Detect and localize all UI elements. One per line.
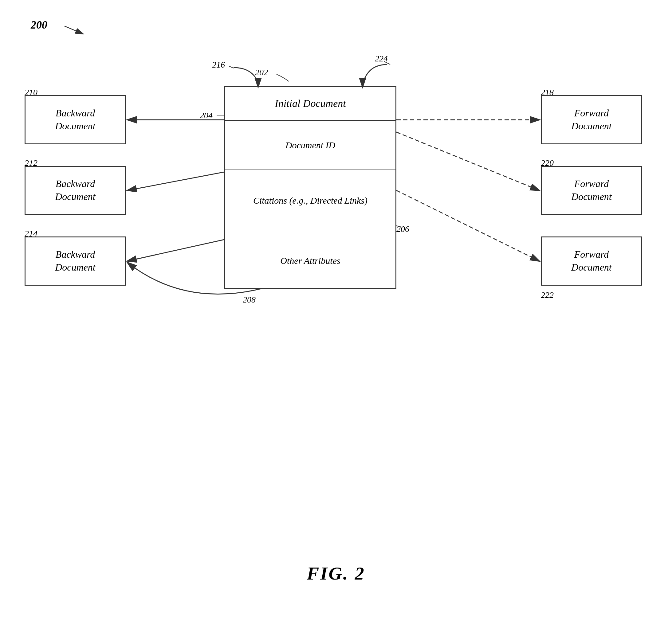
forward-doc-222: ForwardDocument bbox=[541, 237, 642, 286]
ref-212: 212 bbox=[25, 158, 38, 168]
svg-line-5 bbox=[127, 240, 224, 261]
ref-202: 202 bbox=[255, 68, 268, 77]
ref-214: 214 bbox=[25, 229, 38, 239]
ref-210: 210 bbox=[25, 87, 38, 97]
diagram-container: 200 Initial Document Document ID Citatio… bbox=[0, 0, 672, 621]
document-id-cell: Document ID bbox=[225, 121, 395, 170]
citations-cell: Citations (e.g., Directed Links) bbox=[225, 170, 395, 231]
other-attributes-cell: Other Attributes bbox=[225, 231, 395, 290]
backward-doc-210: BackwardDocument bbox=[25, 95, 126, 144]
figure-caption: FIG. 2 bbox=[307, 563, 365, 584]
svg-line-7 bbox=[396, 132, 539, 191]
ref-208: 208 bbox=[243, 295, 255, 305]
ref-224: 224 bbox=[375, 54, 388, 64]
backward-doc-214: BackwardDocument bbox=[25, 237, 126, 286]
ref-222: 222 bbox=[541, 290, 554, 300]
ref-218: 218 bbox=[541, 87, 554, 97]
backward-doc-212: BackwardDocument bbox=[25, 166, 126, 215]
forward-doc-220: ForwardDocument bbox=[541, 166, 642, 215]
ref-206: 206 bbox=[396, 224, 409, 234]
svg-line-8 bbox=[396, 191, 539, 261]
ref-220: 220 bbox=[541, 158, 554, 168]
svg-line-4 bbox=[127, 172, 224, 191]
central-document-outer: Initial Document Document ID Citations (… bbox=[224, 86, 396, 289]
forward-doc-218: ForwardDocument bbox=[541, 95, 642, 144]
ref-216: 216 bbox=[212, 60, 225, 70]
ref-204: 204 bbox=[200, 111, 213, 120]
central-doc-title: Initial Document bbox=[225, 87, 395, 121]
figure-number: 200 bbox=[31, 18, 47, 31]
